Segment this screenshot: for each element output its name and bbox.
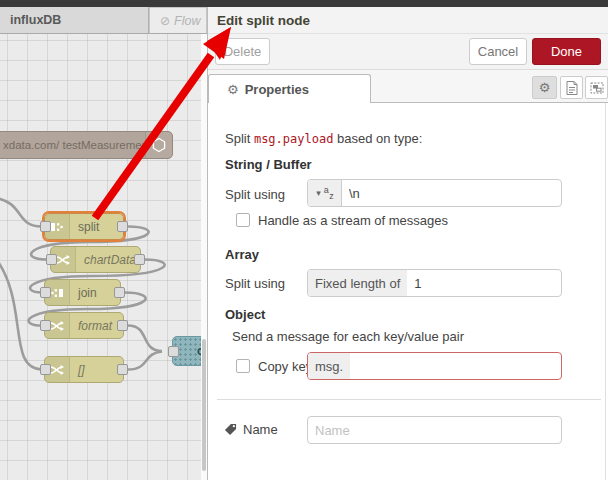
panel-scroll-track[interactable] [605, 103, 606, 480]
array-split-using-label: Split using [225, 276, 285, 291]
tab-label: Flow [174, 14, 200, 28]
type-select-button[interactable]: ▾ az [308, 180, 342, 206]
input-port[interactable] [168, 346, 179, 357]
appearance-icon [590, 82, 604, 94]
properties-form: Split msg.payload based on type: String … [208, 103, 608, 480]
stream-checkbox[interactable] [236, 213, 250, 227]
tray-header: Edit split node Delete Cancel Done [208, 7, 608, 70]
output-port[interactable] [117, 364, 128, 375]
delete-button[interactable]: Delete [215, 38, 270, 65]
hexagon-icon [145, 132, 172, 158]
node-bracket[interactable]: [] [44, 356, 124, 383]
input-port[interactable] [40, 287, 51, 298]
edit-tray: Edit split node Delete Cancel Done ⚙ Pro… [207, 7, 608, 480]
msg-prefix: msg. [308, 353, 350, 379]
chevron-down-icon: ▾ [316, 188, 321, 198]
node-split[interactable]: split [44, 213, 124, 240]
description-icon [566, 81, 578, 95]
section-array: Array [225, 247, 259, 262]
node-format[interactable]: format [44, 312, 124, 339]
node-label: [] [70, 357, 123, 382]
output-port[interactable] [134, 254, 145, 265]
input-port[interactable] [40, 221, 51, 232]
node-label: chartData [76, 247, 140, 272]
tab-label: Properties [245, 82, 309, 97]
node-label: join [70, 280, 120, 305]
tab-influxdb[interactable]: influxDB [0, 7, 149, 33]
circle-slash-icon: ⊘ [160, 14, 170, 28]
output-port[interactable] [114, 287, 125, 298]
header-bar [0, 0, 608, 7]
input-port[interactable] [40, 320, 51, 331]
appearance-button[interactable] [585, 76, 608, 99]
name-input[interactable] [308, 417, 561, 443]
workspace-tabbar: influxDB ⊘ Flow [0, 7, 207, 34]
wire[interactable] [0, 197, 42, 227]
string-type-icon: az [324, 186, 333, 200]
node-join[interactable]: join [44, 279, 121, 306]
split-string-input-group: ▾ az [307, 179, 562, 207]
scrollbar-thumb[interactable] [202, 339, 206, 471]
name-label: Name [243, 422, 278, 437]
intro-prefix: Split [225, 131, 254, 146]
divider [208, 33, 608, 34]
node-label: format [70, 313, 123, 338]
gear-icon: ⚙ [227, 82, 239, 97]
fixed-length-prefix: Fixed length of [308, 270, 407, 296]
editor-tabrow: ⚙ Properties ⚙ [208, 70, 608, 103]
output-port[interactable] [117, 221, 128, 232]
tray-title: Edit split node [217, 13, 310, 28]
flow-workspace[interactable]: influxDB ⊘ Flow xdata.com/ testMeasureme… [0, 7, 207, 480]
node-red-editor: influxDB ⊘ Flow xdata.com/ testMeasureme… [0, 0, 608, 480]
section-string-buffer: String / Buffer [225, 157, 312, 172]
stream-checkbox-row: Handle as a stream of messages [236, 213, 448, 228]
cancel-button[interactable]: Cancel [469, 38, 527, 65]
copy-key-input-group: msg. [307, 352, 562, 380]
msg-payload-code: msg.payload [254, 132, 333, 146]
description-button[interactable] [560, 76, 583, 99]
tab-flow-disabled[interactable]: ⊘ Flow [149, 7, 207, 33]
wire[interactable] [0, 256, 42, 370]
copy-key-checkbox[interactable] [236, 359, 250, 373]
input-port[interactable] [40, 364, 51, 375]
tag-icon [224, 423, 237, 436]
properties-view-button[interactable]: ⚙ [532, 76, 557, 99]
node-chartdata[interactable]: chartData [50, 246, 141, 273]
input-port[interactable] [46, 254, 57, 265]
node-influxdb[interactable]: xdata.com/ testMeasurement [0, 131, 173, 159]
object-description: Send a message for each key/value pair [232, 329, 464, 344]
array-length-input[interactable] [407, 270, 561, 296]
node-label: xdata.com/ testMeasurement [0, 132, 145, 158]
tab-properties[interactable]: ⚙ Properties [208, 74, 371, 103]
name-row-label: Name [224, 422, 278, 437]
split-using-label: Split using [225, 187, 285, 202]
name-input-group [307, 416, 562, 444]
intro-text: Split msg.payload based on type: [225, 131, 422, 146]
wire[interactable] [128, 352, 162, 370]
section-object: Object [225, 307, 265, 322]
divider [217, 399, 601, 400]
array-split-input-group: Fixed length of [307, 269, 562, 297]
output-port[interactable] [117, 320, 128, 331]
copy-key-input[interactable] [350, 353, 561, 379]
gear-icon: ⚙ [539, 80, 551, 95]
tab-label: influxDB [10, 13, 61, 27]
node-chart[interactable]: c [172, 336, 201, 366]
stream-checkbox-label: Handle as a stream of messages [258, 213, 448, 228]
node-label: split [70, 214, 123, 239]
done-button[interactable]: Done [532, 38, 601, 65]
intro-suffix: based on type: [333, 131, 422, 146]
split-string-input[interactable] [342, 180, 561, 206]
flow-canvas[interactable]: xdata.com/ testMeasurement split ch [0, 34, 201, 480]
wire[interactable] [128, 326, 162, 352]
